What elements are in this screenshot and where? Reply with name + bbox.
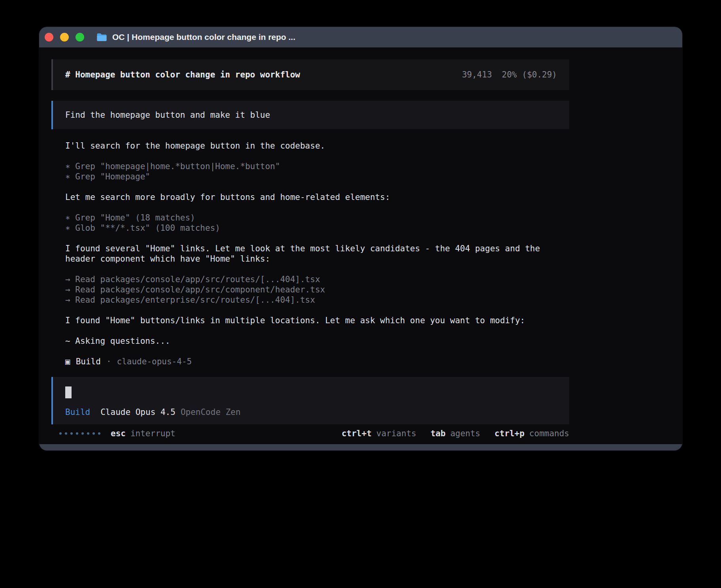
assistant-message: I found "Home" buttons/links in multiple… — [65, 315, 569, 326]
tool-call-group: ∗ Grep "Home" (18 matches) ∗ Glob "**/*.… — [65, 213, 569, 233]
assistant-text: I'll search for the homepage button in t… — [65, 141, 325, 151]
session-stats: 39,413 20% ($0.29) — [462, 70, 557, 80]
session-header: # Homepage button color change in repo w… — [51, 59, 569, 90]
spinner-dots-icon — [59, 432, 100, 435]
tool-call-group: → Read packages/console/app/src/routes/[… — [65, 274, 569, 305]
terminal-window: OC | Homepage button color change in rep… — [39, 27, 682, 450]
status-line: ~ Asking questions... — [65, 336, 569, 346]
context-percent: 20% — [502, 70, 517, 80]
assistant-text: Let me search more broadly for buttons a… — [65, 192, 390, 202]
agent-icon: ▣ — [65, 356, 70, 367]
session-cost: ($0.29) — [522, 70, 557, 80]
input-meta: Build Claude Opus 4.5 OpenCode Zen — [65, 407, 557, 417]
tool-call-read: → Read packages/enterprise/src/routes/[.… — [65, 295, 569, 305]
variants-label: variants — [376, 428, 416, 439]
token-count: 39,413 — [462, 70, 492, 80]
agents-label: agents — [450, 428, 480, 439]
terminal-content: # Homepage button color change in repo w… — [39, 47, 682, 444]
commands-hint: ctrl+p commands — [495, 428, 569, 439]
window-title: OC | Homepage button color change in rep… — [112, 32, 295, 42]
agent-status-line: ▣ Build · claude-opus-4-5 — [65, 356, 569, 367]
assistant-message: I'll search for the homepage button in t… — [65, 141, 569, 151]
agent-model: claude-opus-4-5 — [117, 356, 192, 367]
assistant-message: Let me search more broadly for buttons a… — [65, 192, 569, 202]
tool-call-group: ∗ Grep "homepage|home.*button|Home.*butt… — [65, 161, 569, 182]
assistant-message: I found several "Home" links. Let me loo… — [65, 243, 569, 264]
window-bottom-edge — [39, 444, 682, 450]
interrupt-label: interrupt — [130, 428, 176, 439]
variants-hint: ctrl+t variants — [342, 428, 416, 439]
traffic-lights — [45, 33, 84, 41]
text-cursor — [65, 386, 72, 398]
tool-call-grep: ∗ Grep "Home" (18 matches) — [65, 213, 569, 223]
tool-call-grep: ∗ Grep "Homepage" — [65, 172, 569, 182]
session-title: # Homepage button color change in repo w… — [65, 70, 300, 80]
ctrl-p-key-label: ctrl+p — [495, 428, 525, 439]
assistant-text: I found "Home" buttons/links in multiple… — [65, 316, 525, 325]
zoom-button[interactable] — [75, 33, 84, 41]
prompt-input[interactable]: Build Claude Opus 4.5 OpenCode Zen — [51, 377, 569, 424]
commands-label: commands — [529, 428, 569, 439]
tab-key-label: tab — [430, 428, 445, 439]
model-label[interactable]: Claude Opus 4.5 — [100, 407, 176, 417]
tool-call-grep: ∗ Grep "homepage|home.*button|Home.*butt… — [65, 161, 569, 172]
shortcut-hints: ctrl+t variants tab agents ctrl+p comman… — [342, 428, 569, 439]
status-bar: esc interrupt ctrl+t variants tab agents… — [51, 428, 569, 439]
close-button[interactable] — [45, 33, 53, 41]
user-message-text: Find the homepage button and make it blu… — [65, 110, 270, 120]
agent-name: Build — [76, 356, 101, 367]
assistant-text: I found several "Home" links. Let me loo… — [65, 244, 540, 264]
agent-separator: · — [106, 356, 111, 367]
tool-call-read: → Read packages/console/app/src/routes/[… — [65, 274, 569, 285]
tool-call-read: → Read packages/console/app/src/componen… — [65, 285, 569, 295]
agent-mode-label[interactable]: Build — [65, 407, 90, 417]
status-text: ~ Asking questions... — [65, 336, 170, 346]
provider-label: OpenCode Zen — [181, 407, 241, 417]
ctrl-t-key-label: ctrl+t — [342, 428, 372, 439]
interrupt-hint: esc interrupt — [111, 428, 176, 439]
user-message-block: Find the homepage button and make it blu… — [51, 101, 569, 129]
tool-call-glob: ∗ Glob "**/*.tsx" (100 matches) — [65, 223, 569, 233]
folder-icon — [96, 33, 107, 41]
agents-hint: tab agents — [430, 428, 480, 439]
window-title-area: OC | Homepage button color change in rep… — [96, 27, 295, 47]
minimize-button[interactable] — [60, 33, 69, 41]
titlebar[interactable]: OC | Homepage button color change in rep… — [39, 27, 682, 47]
esc-key-label: esc — [111, 428, 126, 439]
